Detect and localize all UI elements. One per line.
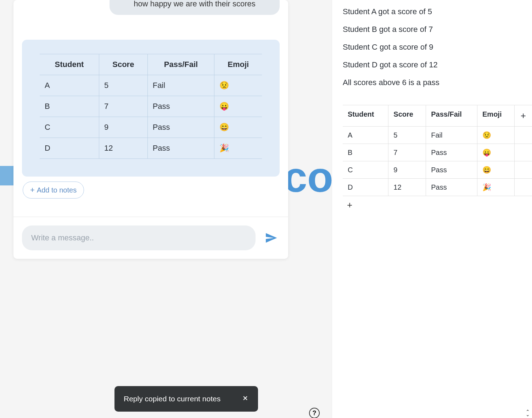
help-button[interactable]: ?: [309, 408, 320, 418]
cell-student[interactable]: C: [343, 161, 388, 179]
chevron-down-icon: ⌄: [526, 413, 530, 416]
chat-panel: how happy we are with their scores Stude…: [13, 0, 288, 259]
cell-emoji[interactable]: 😛: [477, 144, 514, 161]
cell-score: 12: [99, 138, 147, 159]
cell-student: C: [40, 117, 99, 138]
add-row-button[interactable]: +: [343, 196, 532, 214]
cell-emoji[interactable]: 😄: [477, 161, 514, 179]
add-to-notes-label: Add to notes: [37, 186, 77, 194]
col-passfail: Pass/Fail: [147, 54, 214, 75]
table-row: B 7 Pass 😛: [343, 144, 532, 161]
notes-panel: Student A got a score of 5 Student B got…: [332, 0, 532, 418]
toast-notification: Reply copied to current notes: [114, 386, 258, 412]
cell-empty[interactable]: [514, 179, 532, 196]
cell-passfail: Fail: [147, 75, 214, 96]
cell-emoji: 😄: [214, 117, 262, 138]
note-line[interactable]: All scores above 6 is a pass: [343, 78, 532, 87]
col-emoji[interactable]: Emoji: [477, 105, 514, 127]
cell-student: A: [40, 75, 99, 96]
score-table: Student Score Pass/Fail Emoji A 5 Fail 😟: [40, 54, 262, 159]
message-input[interactable]: [22, 225, 256, 250]
table-row: A 5 Fail 😟: [343, 127, 532, 144]
cell-student[interactable]: A: [343, 127, 388, 144]
table-row: D 12 Pass 🎉: [40, 138, 262, 159]
help-icon: ?: [313, 409, 317, 417]
accent-strip: [0, 166, 14, 185]
col-emoji: Emoji: [214, 54, 262, 75]
table-row: C 9 Pass 😄: [343, 161, 532, 179]
cell-score[interactable]: 9: [388, 161, 426, 179]
note-line[interactable]: Student A got a score of 5: [343, 7, 532, 16]
col-student: Student: [40, 54, 99, 75]
cell-student[interactable]: D: [343, 179, 388, 196]
cell-passfail[interactable]: Pass: [426, 161, 477, 179]
notes-table: Student Score Pass/Fail Emoji + A 5 Fail…: [343, 105, 532, 196]
cell-score[interactable]: 7: [388, 144, 426, 161]
cell-passfail: Pass: [147, 138, 214, 159]
cell-empty[interactable]: [514, 144, 532, 161]
cell-empty[interactable]: [514, 127, 532, 144]
cell-passfail: Pass: [147, 117, 214, 138]
add-column-button[interactable]: +: [514, 105, 532, 127]
ai-response-card: Student Score Pass/Fail Emoji A 5 Fail 😟: [22, 40, 280, 177]
cell-score[interactable]: 12: [388, 179, 426, 196]
table-row: C 9 Pass 😄: [40, 117, 262, 138]
cell-emoji: 😟: [214, 75, 262, 96]
cell-empty[interactable]: [514, 161, 532, 179]
cell-emoji: 🎉: [214, 138, 262, 159]
cell-emoji: 😛: [214, 96, 262, 117]
cell-score: 7: [99, 96, 147, 117]
table-row: D 12 Pass 🎉: [343, 179, 532, 196]
cell-passfail[interactable]: Pass: [426, 144, 477, 161]
table-header-row: Student Score Pass/Fail Emoji +: [343, 105, 532, 127]
chat-input-row: [13, 217, 288, 259]
col-passfail[interactable]: Pass/Fail: [426, 105, 477, 127]
cell-student: D: [40, 138, 99, 159]
resize-handle[interactable]: ⌃ ⌄: [526, 410, 530, 416]
cell-student[interactable]: B: [343, 144, 388, 161]
close-icon: [242, 395, 249, 402]
cell-score: 5: [99, 75, 147, 96]
cell-emoji[interactable]: 😟: [477, 127, 514, 144]
send-button[interactable]: [263, 229, 280, 246]
note-line[interactable]: Student B got a score of 7: [343, 25, 532, 34]
toast-close-button[interactable]: [242, 394, 249, 404]
col-score[interactable]: Score: [388, 105, 426, 127]
cell-passfail[interactable]: Pass: [426, 179, 477, 196]
cell-score: 9: [99, 117, 147, 138]
table-header-row: Student Score Pass/Fail Emoji: [40, 54, 262, 75]
col-student[interactable]: Student: [343, 105, 388, 127]
send-icon: [265, 232, 278, 244]
add-to-notes-button[interactable]: + Add to notes: [23, 182, 84, 199]
user-message-text: how happy we are with their scores: [119, 0, 270, 9]
cell-passfail[interactable]: Fail: [426, 127, 477, 144]
plus-icon: +: [30, 185, 35, 195]
col-score: Score: [99, 54, 147, 75]
note-line[interactable]: Student D got a score of 12: [343, 60, 532, 69]
cell-score[interactable]: 5: [388, 127, 426, 144]
note-line[interactable]: Student C got a score of 9: [343, 43, 532, 52]
toast-message: Reply copied to current notes: [124, 395, 220, 403]
user-message-bubble: how happy we are with their scores: [110, 0, 280, 15]
cell-passfail: Pass: [147, 96, 214, 117]
table-row: B 7 Pass 😛: [40, 96, 262, 117]
cell-student: B: [40, 96, 99, 117]
cell-emoji[interactable]: 🎉: [477, 179, 514, 196]
table-row: A 5 Fail 😟: [40, 75, 262, 96]
